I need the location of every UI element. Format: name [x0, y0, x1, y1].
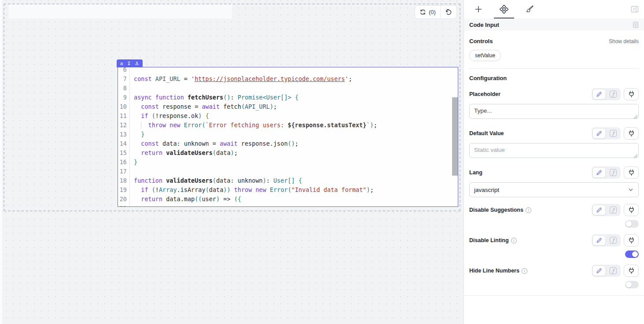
code-input-widget[interactable]: a ↧ ⚓ 67const API_URL = 'https://jsonpla…: [118, 67, 458, 207]
widget-badge-label: a: [120, 61, 123, 66]
widget-title: Code Input: [469, 22, 499, 28]
history-button[interactable]: [440, 6, 456, 18]
binding-mode-group: ƒ: [592, 127, 621, 140]
code-lines: 67const API_URL = 'https://jsonplacehold…: [118, 67, 458, 206]
info-icon: i: [522, 268, 527, 274]
chevron-down-icon: [628, 187, 634, 193]
code-line: 6: [118, 67, 458, 74]
empty-widget-placeholder[interactable]: [9, 4, 232, 18]
field-label: Disable Suggestions: [469, 207, 523, 213]
function-icon[interactable]: ƒ: [607, 89, 620, 99]
binding-mode-group: ƒ: [592, 166, 621, 179]
show-details-link[interactable]: Show details: [609, 38, 639, 44]
field-disable-suggestions: Disable Suggestionsi ƒ: [469, 197, 639, 228]
canvas-toolbar: (0): [415, 5, 457, 19]
widget-header-bar: Code Input: [464, 18, 644, 31]
field-label: Disable Linting: [469, 237, 509, 243]
default-value-input[interactable]: [469, 143, 639, 158]
left-edge-strip: [0, 0, 3, 324]
field-disable-linting: Disable Lintingi ƒ: [469, 228, 639, 258]
disable-linting-toggle[interactable]: [625, 250, 639, 258]
plug-icon[interactable]: [624, 127, 639, 140]
code-line: 10 const response = await fetch(API_URL)…: [118, 102, 458, 111]
placeholder-input[interactable]: Type...: [469, 104, 639, 119]
code-line: 20 return data.map((user) => ({: [118, 195, 458, 204]
tab-styles[interactable]: [517, 0, 542, 18]
code-line: 7const API_URL = 'https://jsonplaceholde…: [118, 74, 458, 84]
tab-add[interactable]: [466, 0, 491, 18]
code-line: 14 const data: unknown = await response.…: [118, 139, 458, 148]
plug-icon[interactable]: [624, 166, 639, 179]
anchor-icon[interactable]: ⚓: [135, 61, 139, 66]
tab-components[interactable]: [491, 0, 517, 18]
code-line: 17: [118, 167, 458, 176]
binding-mode-group: ƒ: [592, 204, 621, 216]
code-line: 16}: [118, 158, 458, 167]
divider: [469, 68, 639, 69]
pencil-icon[interactable]: [592, 235, 606, 246]
function-icon[interactable]: ƒ: [607, 265, 620, 276]
pencil-icon[interactable]: [592, 167, 606, 178]
code-line: 8: [118, 84, 458, 93]
binding-mode-group: ƒ: [592, 265, 621, 277]
components-icon: [500, 5, 508, 14]
code-line: 15 return validateUsers(data);: [118, 148, 458, 158]
refresh-icon: [420, 9, 426, 15]
function-icon[interactable]: ƒ: [607, 167, 620, 178]
brush-icon: [525, 5, 534, 14]
builder-canvas[interactable]: (0) a ↧ ⚓ 67const AP: [0, 0, 464, 324]
resize-handle[interactable]: [633, 154, 637, 158]
function-icon[interactable]: ƒ: [607, 235, 620, 246]
disable-suggestions-toggle[interactable]: [625, 220, 639, 228]
info-icon: i: [511, 238, 517, 243]
plug-icon[interactable]: [624, 234, 639, 247]
code-line: 18function validateUsers(data: unknown):…: [118, 176, 458, 185]
binding-mode-group: ƒ: [592, 234, 621, 247]
arrow-down-to-line-icon[interactable]: ↧: [127, 61, 131, 66]
controls-title: Controls: [469, 38, 493, 44]
lang-selected-value: javascript: [474, 187, 499, 193]
properties-panel: Code Input Controls Show details setValu…: [464, 0, 644, 324]
history-icon: [445, 9, 452, 16]
field-lang: Lang ƒ javascript: [469, 160, 639, 197]
document-icon[interactable]: [633, 22, 639, 28]
pencil-icon[interactable]: [592, 205, 606, 215]
divider: [464, 295, 644, 296]
code-line: 12 throw new Error(`Error fetching users…: [118, 121, 458, 130]
binding-mode-group: ƒ: [592, 88, 621, 100]
method-chip-setvalue[interactable]: setValue: [469, 50, 501, 61]
refresh-count: (0): [429, 9, 436, 15]
function-icon[interactable]: ƒ: [607, 205, 620, 215]
collapse-panel-icon: [631, 6, 639, 13]
code-input-frame: 67const API_URL = 'https://jsonplacehold…: [118, 67, 458, 207]
controls-section: Controls Show details setValue: [464, 31, 644, 69]
code-line: 21 ...: [118, 204, 458, 206]
refresh-button[interactable]: (0): [415, 6, 440, 18]
plug-icon[interactable]: [624, 88, 639, 100]
plus-icon: [475, 5, 482, 13]
field-label: Lang: [469, 169, 482, 176]
field-default-value: Default Value ƒ: [469, 121, 639, 160]
app-window: (0) a ↧ ⚓ 67const AP: [0, 0, 644, 324]
hide-line-numbers-toggle[interactable]: [625, 281, 639, 288]
info-icon: i: [526, 207, 531, 213]
pencil-icon[interactable]: [592, 89, 606, 99]
collapse-panel-button[interactable]: [627, 0, 642, 18]
code-editor[interactable]: 67const API_URL = 'https://jsonplacehold…: [118, 67, 458, 206]
field-placeholder: Placeholder ƒ Type...: [469, 81, 639, 121]
lang-select[interactable]: javascript: [469, 182, 639, 197]
field-label: Placeholder: [469, 91, 500, 97]
plug-icon[interactable]: [624, 204, 639, 216]
resize-handle[interactable]: [633, 115, 637, 119]
configuration-title: Configuration: [469, 75, 639, 81]
panel-tabs: [464, 0, 644, 18]
field-hide-line-numbers: Hide Line Numbersi ƒ: [469, 258, 639, 288]
widget-badge[interactable]: a ↧ ⚓: [117, 59, 143, 67]
pencil-icon[interactable]: [592, 265, 606, 276]
plug-icon[interactable]: [624, 265, 639, 277]
function-icon[interactable]: ƒ: [607, 128, 620, 139]
pencil-icon[interactable]: [592, 128, 606, 139]
editor-scrollbar-thumb[interactable]: [452, 97, 458, 176]
code-line: 9async function fetchUsers(): Promise<Us…: [118, 93, 458, 102]
code-line: 13 }: [118, 130, 458, 139]
